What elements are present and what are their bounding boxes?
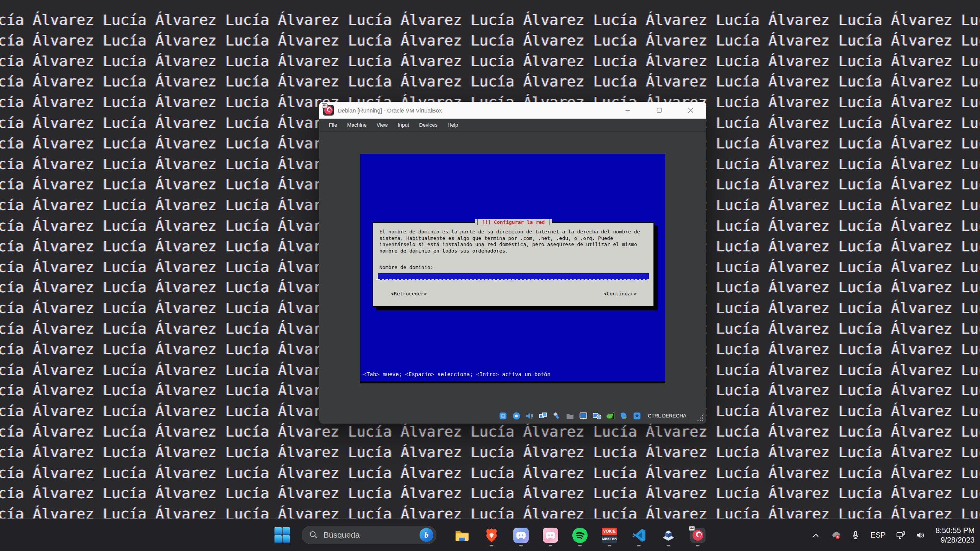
running-indicator — [696, 545, 700, 546]
network-icon[interactable] — [896, 530, 906, 540]
close-button[interactable] — [675, 102, 706, 119]
menu-devices[interactable]: Devices — [414, 119, 443, 131]
tray-chevron-up-icon[interactable] — [811, 530, 821, 540]
hard-disks-icon[interactable] — [498, 411, 508, 421]
installer-dialog: ┤ [!] Configurar la red ├ El nombre de d… — [372, 222, 654, 307]
taskbar-virtualbox-vm[interactable]: 64 — [690, 528, 706, 543]
running-indicator — [519, 545, 523, 546]
maximize-button[interactable] — [644, 102, 675, 119]
desktop: cía Álvarez Lucía Álvarez Lucía Álvarez … — [0, 0, 980, 551]
minimize-button[interactable] — [612, 102, 644, 119]
running-indicator — [490, 545, 493, 546]
vm-display[interactable]: ┤ [!] Configurar la red ├ El nombre de d… — [360, 154, 665, 383]
taskbar-virtualbox[interactable] — [661, 528, 676, 543]
maximize-icon — [657, 108, 662, 113]
audio-icon[interactable] — [525, 411, 534, 421]
search-icon — [309, 530, 318, 540]
menu-machine[interactable]: Machine — [342, 119, 372, 131]
running-indicator — [578, 545, 582, 546]
menu-file[interactable]: File — [324, 119, 342, 131]
brave-icon — [484, 528, 499, 543]
clock[interactable]: 8:50:55 PM 9/28/2023 — [936, 526, 975, 545]
taskbar-apps: VOICE MEETER 64 — [454, 519, 706, 551]
taskbar-voicemeeter[interactable]: VOICE MEETER — [602, 528, 617, 543]
recording-icon[interactable] — [592, 411, 601, 421]
minimize-icon — [625, 108, 630, 113]
bing-icon: b — [420, 528, 433, 542]
continuar-button[interactable]: <Continuar> — [604, 291, 637, 297]
shared-folders-icon[interactable] — [565, 411, 575, 421]
taskbar-vscode[interactable] — [631, 528, 647, 543]
onedrive-error-icon[interactable] — [831, 530, 841, 540]
taskbar-spotify[interactable] — [572, 528, 588, 543]
window-titlebar[interactable]: 64 Debian [Running] - Oracle VM VirtualB… — [319, 102, 706, 119]
menu-bar: File Machine View Input Devices Help — [319, 119, 706, 132]
text-cursor — [376, 279, 380, 280]
menu-help[interactable]: Help — [443, 119, 463, 131]
search-placeholder: Búsqueda — [323, 530, 360, 540]
file-explorer-icon — [454, 528, 470, 543]
running-indicator — [608, 545, 611, 546]
taskbar: Búsqueda b — [0, 518, 980, 551]
optical-drives-icon[interactable] — [512, 411, 521, 421]
dialog-title: ┤ [!] Configurar la red ├ — [373, 219, 653, 226]
volume-icon[interactable] — [916, 530, 926, 540]
microphone-icon[interactable] — [851, 530, 861, 540]
taskbar-discord-blue[interactable] — [513, 528, 529, 543]
taskbar-brave[interactable] — [484, 528, 499, 543]
system-tray: ESP 8:50:55 PM 9/28/2023 — [811, 519, 975, 551]
running-indicator — [637, 545, 641, 546]
window-title: Debian [Running] - Oracle VM VirtualBox — [338, 107, 442, 114]
display-icon[interactable] — [579, 411, 588, 421]
dialog-body-text: El nombre de dominio es la parte de su d… — [379, 229, 648, 254]
installer-key-hint: <Tab> mueve; <Espacio> selecciona; <Intr… — [363, 371, 550, 377]
virtualbox-icon — [661, 528, 676, 543]
menu-input[interactable]: Input — [393, 119, 414, 131]
windows-logo-icon — [274, 527, 290, 543]
tray-time: 8:50:55 PM — [936, 526, 975, 535]
features-icon[interactable] — [606, 411, 615, 421]
voicemeeter-icon: VOICE MEETER — [602, 528, 617, 543]
network-icon[interactable] — [539, 411, 548, 421]
host-key-label: CTRL DERECHA — [648, 413, 686, 419]
64bit-badge: 64 — [689, 526, 695, 531]
virtualbox-window: 64 Debian [Running] - Oracle VM VirtualB… — [319, 102, 706, 424]
spotify-icon — [572, 528, 588, 543]
mouse-integration-icon[interactable] — [619, 411, 628, 421]
domain-field-label: Nombre de dominio: — [379, 264, 433, 271]
keyboard-icon[interactable] — [632, 411, 642, 421]
search-input[interactable]: Búsqueda b — [302, 526, 436, 544]
vbox-status-bar: CTRL DERECHA — [319, 408, 706, 424]
taskbar-discord-pink[interactable] — [543, 528, 558, 543]
discord-blue-icon — [513, 528, 529, 543]
running-indicator — [549, 545, 552, 546]
virtualbox-vm-64-icon: 64 — [690, 528, 706, 543]
discord-pink-icon — [543, 528, 558, 543]
menu-view[interactable]: View — [372, 119, 393, 131]
retroceder-button[interactable]: <Retroceder> — [391, 291, 427, 297]
resize-grip[interactable] — [697, 415, 704, 422]
virtualbox-vm-icon: 64 — [323, 105, 334, 116]
domain-input[interactable] — [378, 273, 649, 280]
language-indicator[interactable]: ESP — [871, 531, 886, 540]
start-button[interactable] — [274, 527, 290, 543]
usb-icon[interactable] — [552, 411, 561, 421]
vscode-icon — [631, 528, 647, 543]
running-indicator — [667, 545, 670, 546]
tray-date: 9/28/2023 — [936, 535, 975, 545]
close-icon — [688, 108, 693, 113]
taskbar-file-explorer[interactable] — [454, 528, 470, 543]
64bit-badge: 64 — [322, 103, 328, 108]
